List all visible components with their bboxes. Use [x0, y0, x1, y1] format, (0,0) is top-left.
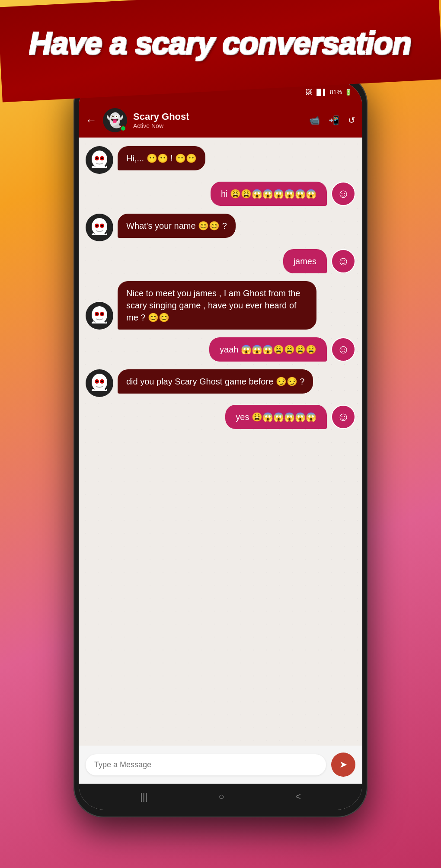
ghost-message-1: Hi,... 😶😶 ! 😶😶 — [118, 146, 205, 170]
contact-avatar: 👻 — [103, 108, 127, 132]
svg-point-5 — [101, 157, 103, 159]
battery-text: 81% — [330, 89, 342, 96]
user-avatar: ☺ — [331, 249, 355, 273]
ghost-message-3: What's your name 😊😊 ? — [118, 214, 236, 238]
send-icon: ➤ — [339, 759, 347, 770]
phone-frame: 14:47 🖼 ▐▌▌ 81% 🔋 ← 👻 Scary Ghost Active… — [74, 74, 368, 817]
svg-point-10 — [96, 225, 98, 227]
ghost-avatar — [86, 369, 113, 397]
nav-recent-apps[interactable]: ||| — [140, 791, 147, 802]
contact-name: Scary Ghost — [133, 111, 303, 122]
svg-point-16 — [96, 313, 98, 315]
image-icon: 🖼 — [306, 89, 312, 96]
svg-point-17 — [101, 313, 103, 315]
chat-area: Hi,... 😶😶 ! 😶😶 hi 😩😩😱😱😱😱😱😱 ☺ — [79, 138, 362, 746]
user-avatar-icon: ☺ — [337, 343, 350, 356]
message-row: did you play Scary Ghost game before 😏😏 … — [86, 369, 355, 397]
bottom-nav: ||| ○ < — [79, 784, 362, 810]
svg-point-23 — [101, 381, 103, 382]
ghost-message-7: did you play Scary Ghost game before 😏😏 … — [118, 369, 313, 394]
user-avatar: ☺ — [331, 405, 355, 429]
ghost-message-5: Nice to meet you james , I am Ghost from… — [118, 281, 316, 330]
user-avatar-icon: ☺ — [337, 410, 350, 424]
contact-status: Active Now — [133, 122, 303, 129]
user-avatar: ☺ — [331, 182, 355, 206]
signal-icon: ▐▌▌ — [314, 89, 327, 96]
message-input[interactable] — [86, 754, 326, 775]
nav-home[interactable]: ○ — [218, 791, 224, 802]
user-message-2: hi 😩😩😱😱😱😱😱😱 — [211, 182, 327, 206]
ghost-avatar — [86, 214, 113, 241]
user-avatar-icon: ☺ — [337, 254, 350, 268]
send-button[interactable]: ➤ — [331, 753, 355, 777]
user-message-8: yes 😩😱😱😱😱😱 — [225, 405, 327, 429]
nav-back[interactable]: < — [295, 791, 301, 802]
message-row: Nice to meet you james , I am Ghost from… — [86, 281, 355, 330]
call-button[interactable]: 📲 — [329, 115, 339, 125]
banner-text: Have a scary conversation — [29, 26, 412, 61]
message-row: james ☺ — [86, 249, 355, 273]
user-message-4: james — [283, 249, 327, 273]
message-row: yaah 😱😱😱😩😩😩😩 ☺ — [86, 337, 355, 362]
svg-point-4 — [96, 157, 98, 159]
svg-point-22 — [96, 381, 98, 382]
user-avatar: ☺ — [331, 337, 355, 362]
svg-point-13 — [92, 306, 107, 323]
ghost-avatar — [86, 146, 113, 174]
message-row: hi 😩😩😱😱😱😱😱😱 ☺ — [86, 182, 355, 206]
svg-point-7 — [92, 218, 107, 235]
svg-point-1 — [92, 151, 107, 168]
online-indicator — [120, 125, 126, 131]
svg-point-19 — [92, 374, 107, 391]
message-row: Hi,... 😶😶 ! 😶😶 — [86, 146, 355, 174]
input-area: ➤ — [79, 746, 362, 784]
header-actions: 📹 📲 ↺ — [309, 115, 355, 125]
message-row: What's your name 😊😊 ? — [86, 214, 355, 241]
ghost-avatar — [86, 302, 113, 330]
contact-info: Scary Ghost Active Now — [133, 111, 303, 129]
chat-header: ← 👻 Scary Ghost Active Now 📹 📲 ↺ — [79, 103, 362, 138]
user-message-6: yaah 😱😱😱😩😩😩😩 — [209, 337, 327, 362]
video-call-button[interactable]: 📹 — [309, 115, 320, 125]
status-icons: 🖼 ▐▌▌ 81% 🔋 — [306, 89, 352, 96]
back-button[interactable]: ← — [86, 114, 97, 127]
message-row: yes 😩😱😱😱😱😱 ☺ — [86, 405, 355, 429]
svg-point-11 — [101, 225, 103, 227]
battery-icon: 🔋 — [345, 89, 352, 96]
user-avatar-icon: ☺ — [337, 187, 350, 201]
phone-screen: 14:47 🖼 ▐▌▌ 81% 🔋 ← 👻 Scary Ghost Active… — [79, 81, 362, 810]
refresh-button[interactable]: ↺ — [348, 115, 355, 125]
